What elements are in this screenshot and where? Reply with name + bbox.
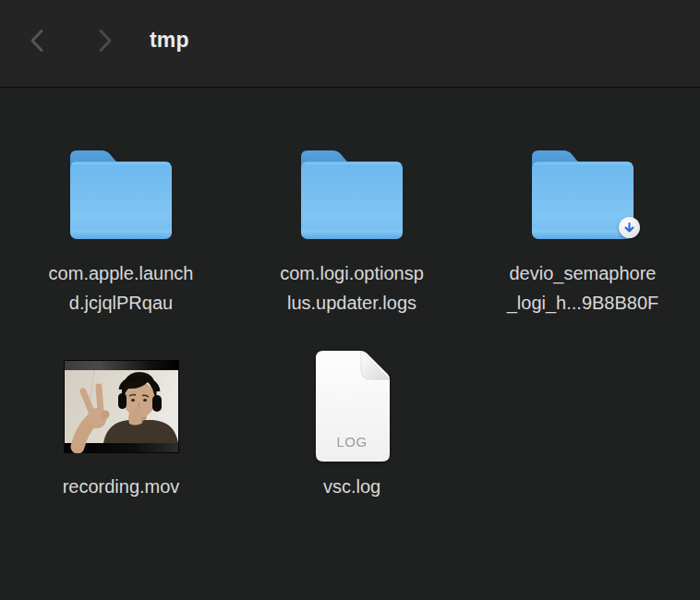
video-thumbnail [64,360,179,453]
folder-icon [296,143,408,243]
folder-icon [65,143,177,243]
back-button[interactable] [24,27,52,54]
folder-icon [526,143,639,243]
file-item-folder[interactable]: com.apple.launch d.jcjqlPRqau [6,136,236,318]
file-name: vsc.log [236,472,467,501]
file-name: com.logi.optionsp lus.updater.logs [236,258,467,318]
file-item-folder[interactable]: devio_semaphore _logi_h...9B8B80F [467,136,698,318]
file-name: recording.mov [6,472,236,501]
finder-window: tmp com.apple.launch d.jcjqlPRqau [0,0,700,600]
toolbar: tmp [0,0,700,88]
window-title: tmp [150,28,189,53]
forward-button[interactable] [91,27,118,54]
chevron-left-icon [24,42,52,57]
download-badge-icon [619,217,640,238]
file-name: com.apple.launch d.jcjqlPRqau [6,258,236,318]
chevron-right-icon [91,42,118,57]
file-item-log[interactable]: LOG vsc.log [236,349,467,501]
file-item-video[interactable]: recording.mov [6,349,236,501]
doc-type-text: LOG [336,434,367,450]
file-item-folder[interactable]: com.logi.optionsp lus.updater.logs [236,136,467,318]
file-name: devio_semaphore _logi_h...9B8B80F [467,258,698,318]
log-file-icon: LOG [312,349,392,463]
